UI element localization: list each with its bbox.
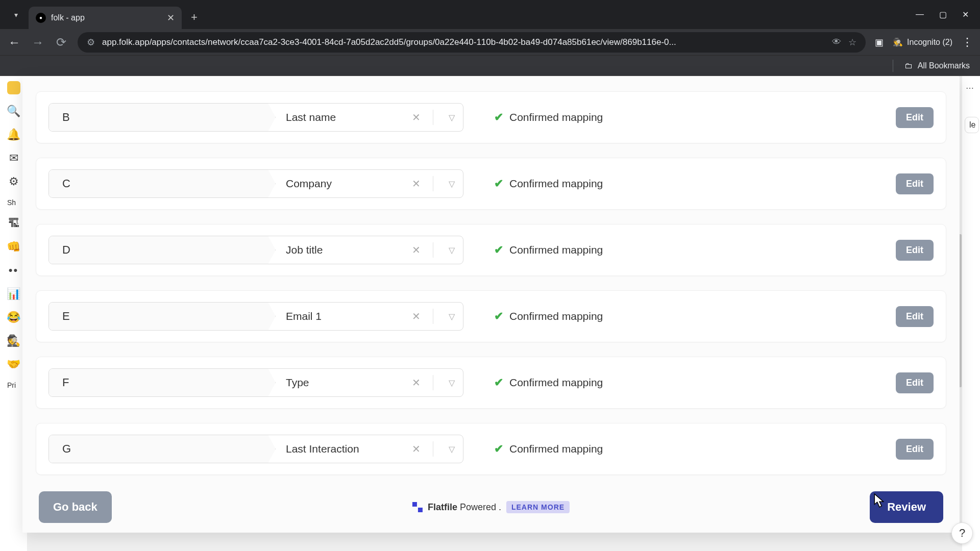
source-column-label: F bbox=[49, 369, 268, 396]
edit-button[interactable]: Edit bbox=[896, 306, 934, 327]
clear-field-icon[interactable]: ✕ bbox=[407, 244, 426, 256]
browser-tab-strip: ▾ ● folk - app ✕ + — ▢ ✕ bbox=[0, 0, 980, 29]
edit-button[interactable]: Edit bbox=[896, 439, 934, 460]
browser-tab[interactable]: ● folk - app ✕ bbox=[29, 7, 182, 29]
mapping-status: ✔ Confirmed mapping bbox=[494, 243, 603, 257]
window-minimize-icon[interactable]: — bbox=[916, 10, 924, 19]
window-close-icon[interactable]: ✕ bbox=[962, 10, 969, 19]
site-info-icon[interactable]: ⚙ bbox=[87, 37, 95, 48]
mail-icon[interactable]: ✉ bbox=[9, 152, 18, 165]
powered-by: Flatfile Powered . LEARN MORE bbox=[412, 501, 570, 513]
column-mapping-pill: F Type ✕ ▽ bbox=[48, 368, 463, 397]
app-viewport: 🔍 🔔 ✉ ⚙ Sh 🏗 👊 •• 📊 😂 🕵 🤝 Pri ⋯ le B Las… bbox=[0, 76, 980, 551]
chevron-down-icon[interactable]: ▽ bbox=[440, 113, 463, 122]
clear-field-icon[interactable]: ✕ bbox=[407, 178, 426, 190]
incognito-indicator[interactable]: 🕵 Incognito (2) bbox=[893, 37, 952, 47]
select-separator bbox=[433, 375, 433, 390]
new-tab-button[interactable]: + bbox=[191, 11, 198, 24]
learn-more-badge[interactable]: LEARN MORE bbox=[506, 501, 570, 513]
target-field-text: Last name bbox=[286, 111, 400, 123]
tab-close-icon[interactable]: ✕ bbox=[167, 12, 175, 23]
gear-icon[interactable]: ⚙ bbox=[9, 175, 19, 188]
column-mapping-pill: G Last Interaction ✕ ▽ bbox=[48, 435, 463, 463]
chevron-down-icon[interactable]: ▽ bbox=[440, 179, 463, 189]
mapping-status: ✔ Confirmed mapping bbox=[494, 177, 603, 190]
edit-button[interactable]: Edit bbox=[896, 372, 934, 393]
status-text: Confirmed mapping bbox=[509, 443, 603, 455]
nav-reload-icon[interactable]: ⟳ bbox=[54, 35, 68, 49]
eye-off-icon[interactable]: 👁 bbox=[832, 37, 841, 47]
emoji-icon-3[interactable]: 📊 bbox=[7, 287, 20, 300]
browser-menu-icon[interactable]: ⋮ bbox=[962, 36, 973, 49]
target-field-select[interactable]: Last Interaction ✕ ▽ bbox=[268, 441, 463, 457]
mapping-row: B Last name ✕ ▽ ✔ Confirmed mapping Edit bbox=[36, 91, 946, 143]
browser-toolbar: ← → ⟳ ⚙ app.folk.app/apps/contacts/netwo… bbox=[0, 29, 980, 56]
mapping-status: ✔ Confirmed mapping bbox=[494, 111, 603, 124]
source-column-label: E bbox=[49, 303, 268, 330]
chevron-down-icon[interactable]: ▽ bbox=[440, 312, 463, 321]
nav-forward-icon[interactable]: → bbox=[31, 35, 45, 49]
emoji-icon-2[interactable]: 👊 bbox=[7, 240, 20, 254]
emoji-icon-5[interactable]: 🕵 bbox=[7, 334, 20, 347]
mapping-row: E Email 1 ✕ ▽ ✔ Confirmed mapping Edit bbox=[36, 290, 946, 342]
modal-footer: Go back Flatfile Powered . LEARN MORE Re… bbox=[22, 482, 960, 533]
column-mapping-pill: B Last name ✕ ▽ bbox=[48, 103, 463, 132]
select-separator bbox=[433, 242, 433, 258]
check-icon: ✔ bbox=[494, 442, 503, 456]
target-field-select[interactable]: Type ✕ ▽ bbox=[268, 375, 463, 390]
clear-field-icon[interactable]: ✕ bbox=[407, 111, 426, 123]
column-mapping-pill: C Company ✕ ▽ bbox=[48, 169, 463, 198]
mapping-status: ✔ Confirmed mapping bbox=[494, 310, 603, 323]
chevron-down-icon[interactable]: ▽ bbox=[440, 378, 463, 388]
window-maximize-icon[interactable]: ▢ bbox=[939, 10, 947, 19]
select-separator bbox=[433, 441, 433, 457]
incognito-label: Incognito (2) bbox=[907, 38, 952, 47]
more-icon[interactable]: •• bbox=[9, 264, 18, 277]
edit-button[interactable]: Edit bbox=[896, 107, 934, 128]
mapping-row: D Job title ✕ ▽ ✔ Confirmed mapping Edit bbox=[36, 224, 946, 276]
target-field-text: Job title bbox=[286, 244, 400, 256]
mapping-modal: B Last name ✕ ▽ ✔ Confirmed mapping Edit… bbox=[22, 76, 960, 533]
target-field-select[interactable]: Email 1 ✕ ▽ bbox=[268, 309, 463, 324]
target-field-select[interactable]: Last name ✕ ▽ bbox=[268, 110, 463, 125]
column-mapping-pill: E Email 1 ✕ ▽ bbox=[48, 302, 463, 331]
address-bar[interactable]: ⚙ app.folk.app/apps/contacts/network/cca… bbox=[78, 32, 866, 53]
review-button[interactable]: Review bbox=[870, 491, 943, 523]
star-icon[interactable]: ☆ bbox=[848, 37, 856, 48]
chevron-down-icon[interactable]: ▽ bbox=[440, 245, 463, 255]
all-bookmarks-link[interactable]: All Bookmarks bbox=[918, 61, 970, 70]
check-icon: ✔ bbox=[494, 111, 503, 124]
check-icon: ✔ bbox=[494, 376, 503, 389]
help-button[interactable]: ? bbox=[951, 522, 973, 544]
emoji-icon-6[interactable]: 🤝 bbox=[7, 358, 20, 371]
bell-icon[interactable]: 🔔 bbox=[7, 128, 20, 141]
tabs-dropdown[interactable]: ▾ bbox=[5, 4, 27, 26]
clear-field-icon[interactable]: ✕ bbox=[407, 377, 426, 389]
clear-field-icon[interactable]: ✕ bbox=[407, 443, 426, 455]
target-field-select[interactable]: Job title ✕ ▽ bbox=[268, 242, 463, 258]
target-field-text: Last Interaction bbox=[286, 443, 400, 455]
chevron-down-icon[interactable]: ▽ bbox=[440, 444, 463, 454]
workspace-avatar[interactable] bbox=[7, 81, 20, 94]
mapping-row: G Last Interaction ✕ ▽ ✔ Confirmed mappi… bbox=[36, 423, 946, 475]
nav-back-icon[interactable]: ← bbox=[7, 35, 21, 49]
emoji-icon-4[interactable]: 😂 bbox=[7, 311, 20, 324]
peek-text: le bbox=[965, 117, 979, 133]
target-field-select[interactable]: Company ✕ ▽ bbox=[268, 176, 463, 191]
target-field-text: Type bbox=[286, 377, 400, 389]
powered-text: Flatfile Powered . bbox=[428, 502, 501, 513]
edit-button[interactable]: Edit bbox=[896, 240, 934, 261]
app-menu-icon[interactable]: ⋯ bbox=[966, 83, 975, 93]
go-back-button[interactable]: Go back bbox=[39, 491, 112, 523]
edit-button[interactable]: Edit bbox=[896, 173, 934, 194]
status-text: Confirmed mapping bbox=[509, 178, 603, 190]
tab-favicon: ● bbox=[36, 13, 46, 23]
window-controls: — ▢ ✕ bbox=[916, 10, 975, 19]
search-icon[interactable]: 🔍 bbox=[7, 105, 20, 118]
check-icon: ✔ bbox=[494, 177, 503, 190]
clear-field-icon[interactable]: ✕ bbox=[407, 310, 426, 322]
side-panel-icon[interactable]: ▣ bbox=[875, 37, 884, 48]
emoji-icon-1[interactable]: 🏗 bbox=[8, 217, 19, 230]
mapping-scroll[interactable]: B Last name ✕ ▽ ✔ Confirmed mapping Edit… bbox=[22, 76, 960, 533]
target-field-text: Company bbox=[286, 178, 400, 190]
